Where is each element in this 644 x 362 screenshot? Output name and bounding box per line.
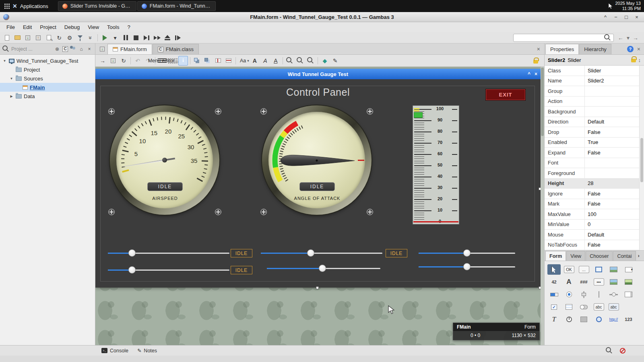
property-value[interactable]: 28 <box>585 180 639 186</box>
palette-more-icon[interactable]: › <box>636 253 641 259</box>
property-sort-icon[interactable]: ↕ <box>638 57 641 63</box>
tree-item-wind-tunnel-gauge-test[interactable]: ▼Wind_Tunnel_Gauge_Test <box>0 56 95 65</box>
close-panel-icon[interactable]: × <box>86 45 93 53</box>
global-search[interactable] <box>513 34 614 42</box>
menu-item[interactable]: ? <box>123 22 134 32</box>
palette-dial[interactable] <box>592 314 605 325</box>
property-row-mouse[interactable]: MouseDefault <box>545 230 639 240</box>
project-search-input[interactable]: Project ... <box>11 45 52 53</box>
pause-icon[interactable] <box>121 33 130 43</box>
shade-button[interactable]: ^ <box>601 14 609 20</box>
palette-text-edit[interactable]: T <box>547 314 561 325</box>
property-row-minvalue[interactable]: MinValue0 <box>545 220 639 230</box>
property-row-action[interactable]: Action <box>545 97 639 107</box>
property-value[interactable]: 0 <box>585 221 639 227</box>
property-value[interactable]: Default <box>585 232 639 238</box>
property-row-notabfocus[interactable]: NoTabFocusFalse <box>545 240 639 251</box>
palette-close-icon[interactable]: × <box>641 253 644 259</box>
stop-icon[interactable] <box>131 33 141 43</box>
zoom-out-icon[interactable] <box>295 56 305 66</box>
palette-check-box[interactable] <box>547 302 561 312</box>
palette-tab-chooser[interactable]: Chooser <box>586 251 613 261</box>
palette-tab-form[interactable]: Form <box>545 251 566 261</box>
property-help-icon[interactable] <box>178 56 188 66</box>
search-icon[interactable] <box>604 34 611 41</box>
tree-chevron-icon[interactable]: ▶ <box>9 95 14 98</box>
property-row-name[interactable]: NameSlider2 <box>545 76 639 86</box>
designed-form[interactable]: Wind Tunnel Gauge Test ^ × Control Panel… <box>95 69 541 288</box>
property-row-mark[interactable]: MarkFalse <box>545 199 639 210</box>
palette-image-view[interactable] <box>607 277 620 287</box>
palette-separator[interactable] <box>592 289 605 300</box>
people-view-icon[interactable] <box>70 45 77 53</box>
property-value[interactable]: Slider <box>585 68 639 74</box>
palette-progress-bar[interactable] <box>547 289 561 300</box>
property-row-font[interactable]: Font <box>545 158 639 169</box>
property-value[interactable]: True <box>585 139 639 145</box>
font-menu-icon[interactable]: Aa▾ <box>238 56 249 66</box>
property-row-maxvalue[interactable]: MaxValue100 <box>545 209 639 220</box>
property-value[interactable]: Slider2 <box>585 78 639 84</box>
palette-timer[interactable] <box>562 314 576 325</box>
refresh-form-icon[interactable]: ↻ <box>119 56 128 66</box>
close-button[interactable]: × <box>633 14 641 20</box>
menu-editor-icon[interactable]: Menu editor... <box>157 58 167 63</box>
run-menu-icon[interactable]: ▾ <box>110 33 120 43</box>
undo-icon[interactable]: ↶ <box>133 56 142 66</box>
zoom-in-icon[interactable] <box>285 56 295 66</box>
tab-hierarchy[interactable]: Hierarchy <box>579 44 611 54</box>
palette-list-box[interactable] <box>562 302 576 312</box>
palette-frame[interactable] <box>577 314 590 325</box>
open-project-icon[interactable] <box>12 33 22 43</box>
edit-code-icon[interactable] <box>44 33 54 43</box>
property-value[interactable]: False <box>585 242 639 248</box>
palette-number-box[interactable]: 123 <box>622 314 635 325</box>
menu-edit[interactable]: Edit <box>19 22 36 32</box>
reload-project-icon[interactable]: ↻ <box>54 33 64 43</box>
tree-item-sources[interactable]: ▼Sources <box>0 74 95 83</box>
step-into-icon[interactable] <box>142 33 151 43</box>
project-properties-icon[interactable]: ⚙ <box>65 33 74 43</box>
palette-button[interactable]: OK <box>564 266 574 273</box>
split-vertical-icon[interactable] <box>224 56 233 66</box>
tree-item-fmain[interactable]: FMain <box>0 83 95 92</box>
home-icon[interactable]: ⌂ <box>78 45 85 53</box>
run-icon[interactable] <box>100 33 109 43</box>
close-properties-icon[interactable]: × <box>634 46 644 52</box>
tree-item-project[interactable]: Project <box>0 65 95 74</box>
history-icon[interactable]: ▾ <box>625 35 631 41</box>
property-value[interactable]: False <box>585 201 639 207</box>
underline-icon[interactable]: A <box>271 56 281 66</box>
save-file-icon[interactable] <box>97 44 107 54</box>
palette-pointer[interactable] <box>547 264 561 275</box>
palette-combo-box[interactable] <box>622 264 635 275</box>
menu-project[interactable]: Project <box>36 22 60 32</box>
global-search-input[interactable] <box>515 35 604 41</box>
property-scrollbar[interactable] <box>639 66 644 250</box>
property-value[interactable]: Default <box>585 119 639 125</box>
collapse-all-icon[interactable]: » <box>86 33 95 43</box>
tree-chevron-icon[interactable]: ▼ <box>2 59 7 63</box>
lock-icon[interactable] <box>533 60 538 64</box>
property-row-background[interactable]: Background <box>545 107 639 117</box>
save-all-icon[interactable] <box>33 33 43 43</box>
taskbar-window-1[interactable]: FMain.form - Wind_Tunne... <box>137 1 216 11</box>
move-back-icon[interactable] <box>203 56 213 66</box>
palette-password-box[interactable]: ••• <box>594 278 604 286</box>
draw-pencil-icon[interactable]: ✎ <box>330 56 340 66</box>
property-lock-icon[interactable] <box>631 59 636 62</box>
taskbar-window-0[interactable]: Slider Turns Invisible - Ga... <box>58 1 136 11</box>
forward-icon[interactable]: → <box>631 35 640 41</box>
palette-label[interactable]: A <box>562 277 576 287</box>
exit-button[interactable]: EXIT <box>486 89 525 100</box>
palette-text-area[interactable]: abc <box>594 303 604 311</box>
palette-menu-button[interactable]: ... <box>579 266 589 273</box>
finish-icon[interactable] <box>163 33 172 43</box>
project-search-icon[interactable] <box>2 45 10 53</box>
vertical-gauge[interactable]: 1009080706050403020100 <box>413 105 459 224</box>
new-project-icon[interactable] <box>2 33 12 43</box>
palette-tab-contai[interactable]: Contai <box>613 251 636 261</box>
palette-tab-view[interactable]: View <box>566 251 585 261</box>
palette-panel[interactable] <box>592 264 605 275</box>
grid-menu-icon[interactable] <box>4 3 10 9</box>
